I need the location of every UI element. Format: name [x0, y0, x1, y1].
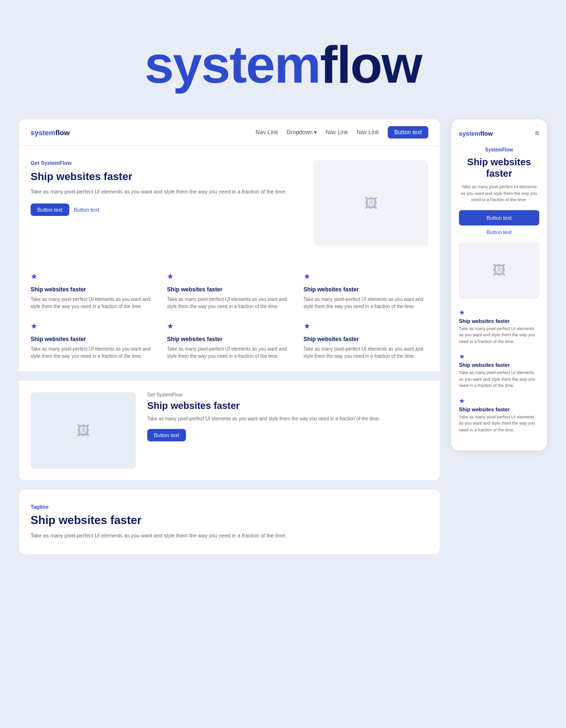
- star-icon-4: ★: [31, 321, 42, 333]
- mobile-feature-desc-2: Take as many pixel-perfect UI elements a…: [459, 370, 539, 389]
- feature-title-4: Ship websites faster: [31, 336, 155, 343]
- nav-link-3[interactable]: Nav Link: [357, 129, 379, 136]
- brand-flow: flow: [320, 35, 422, 94]
- main-title-area: systemflow: [0, 0, 566, 119]
- bottom-desc: Take as many pixel-perfect UI elements a…: [31, 532, 428, 540]
- split-label: Get SystemFlow: [147, 392, 428, 397]
- nav-logo-flow: flow: [55, 128, 70, 137]
- split-desc: Take as many pixel-perfect UI elements a…: [147, 415, 428, 422]
- mobile-feature-title-2: Ship websites faster: [459, 362, 539, 368]
- star-icon-2: ★: [167, 272, 178, 283]
- bottom-title: Ship websites faster: [31, 514, 428, 527]
- nav-links: Nav Link Dropdown ▾ Nav Link Nav Link Bu…: [256, 126, 428, 139]
- feature-card-4: ★ Ship websites faster Take as many pixe…: [31, 321, 155, 360]
- mobile-logo: systemflow: [459, 130, 493, 137]
- star-icon-1: ★: [31, 272, 42, 283]
- chevron-down-icon: ▾: [314, 129, 317, 136]
- bottom-label: Tagline: [31, 504, 428, 510]
- mobile-feature-desc-3: Take as many pixel-perfect UI elements a…: [459, 414, 539, 434]
- mobile-feature-title-3: Ship websites faster: [459, 407, 539, 412]
- split-btn[interactable]: Button text: [147, 429, 186, 441]
- main-title: systemflow: [0, 38, 566, 91]
- hero-image: 🖼: [314, 160, 428, 246]
- image-placeholder-icon: 🖼: [364, 195, 378, 211]
- mobile-star-icon-2: ★: [459, 353, 539, 360]
- main-column: systemflow Nav Link Dropdown ▾ Nav Link …: [19, 119, 440, 554]
- feature-card-5: ★ Ship websites faster Take as many pixe…: [167, 321, 292, 360]
- mobile-image: 🖼: [459, 242, 539, 299]
- star-icon-6: ★: [304, 321, 315, 333]
- feature-desc-1: Take as many pixel-perfect UI elements a…: [31, 296, 155, 310]
- hero-buttons: Button text Button text: [31, 203, 302, 216]
- nav-link-1[interactable]: Nav Link: [256, 129, 278, 136]
- mobile-feature-1: ★ Ship websites faster Take as many pixe…: [459, 309, 539, 345]
- feature-card-6: ★ Ship websites faster Take as many pixe…: [304, 321, 428, 360]
- feature-desc-3: Take as many pixel-perfect UI elements a…: [304, 296, 428, 310]
- star-icon-3: ★: [304, 272, 315, 283]
- content-area: systemflow Nav Link Dropdown ▾ Nav Link …: [0, 119, 566, 573]
- feature-desc-4: Take as many pixel-perfect UI elements a…: [31, 345, 155, 360]
- nav-link-2[interactable]: Nav Link: [326, 129, 348, 136]
- bottom-text-section: Tagline Ship websites faster Take as man…: [19, 490, 440, 554]
- mobile-hero-desc: Take as many pixel-perfect UI elements a…: [459, 184, 539, 203]
- feature-desc-2: Take as many pixel-perfect UI elements a…: [167, 296, 292, 310]
- split-section: 🖼 Get SystemFlow Ship websites faster Ta…: [19, 381, 440, 480]
- mobile-hero-title: Ship websites faster: [459, 156, 539, 179]
- feature-title-3: Ship websites faster: [304, 286, 428, 293]
- nav-button[interactable]: Button text: [388, 126, 428, 139]
- right-column: systemflow ≡ SystemFlow Ship websites fa…: [451, 119, 547, 450]
- mobile-mockup: systemflow ≡ SystemFlow Ship websites fa…: [451, 119, 547, 450]
- mobile-star-icon-1: ★: [459, 309, 539, 316]
- mobile-feature-2: ★ Ship websites faster Take as many pixe…: [459, 353, 539, 389]
- mobile-image-placeholder-icon: 🖼: [492, 262, 506, 278]
- navbar-mockup: systemflow Nav Link Dropdown ▾ Nav Link …: [19, 119, 440, 146]
- star-icon-5: ★: [167, 321, 178, 333]
- hero-title: Ship websites faster: [31, 171, 302, 183]
- features-grid: ★ Ship websites faster Take as many pixe…: [19, 260, 440, 371]
- brand-system: system: [144, 35, 320, 94]
- feature-title-6: Ship websites faster: [304, 336, 428, 343]
- split-image: 🖼: [31, 392, 136, 469]
- nav-dropdown[interactable]: Dropdown ▾: [287, 129, 317, 136]
- mobile-btn-link[interactable]: Button text: [459, 229, 539, 235]
- feature-card-1: ★ Ship websites faster Take as many pixe…: [31, 272, 155, 310]
- feature-title-1: Ship websites faster: [31, 286, 155, 293]
- split-title: Ship websites faster: [147, 400, 428, 411]
- feature-card-2: ★ Ship websites faster Take as many pixe…: [167, 272, 292, 310]
- hero-btn-link[interactable]: Button text: [74, 203, 99, 216]
- hero-label: Get SystemFlow: [31, 160, 302, 166]
- split-image-placeholder-icon: 🖼: [76, 423, 90, 439]
- mobile-feature-3: ★ Ship websites faster Take as many pixe…: [459, 397, 539, 434]
- hero-section: Get SystemFlow Ship websites faster Take…: [19, 146, 440, 260]
- mobile-hero-label: SystemFlow: [459, 147, 539, 152]
- feature-card-3: ★ Ship websites faster Take as many pixe…: [304, 272, 428, 310]
- split-content: Get SystemFlow Ship websites faster Take…: [147, 392, 428, 441]
- nav-logo: systemflow: [31, 128, 70, 137]
- mobile-feature-title-1: Ship websites faster: [459, 318, 539, 324]
- mobile-nav: systemflow ≡: [459, 129, 539, 138]
- hero-desc: Take as many pixel-perfect UI elements a…: [31, 188, 302, 196]
- hero-btn-primary[interactable]: Button text: [31, 203, 69, 216]
- mobile-logo-flow: flow: [480, 130, 493, 137]
- feature-title-2: Ship websites faster: [167, 286, 292, 293]
- feature-desc-6: Take as many pixel-perfect UI elements a…: [304, 345, 428, 360]
- mobile-logo-system: system: [459, 130, 480, 137]
- mobile-star-icon-3: ★: [459, 397, 539, 405]
- feature-title-5: Ship websites faster: [167, 336, 292, 343]
- hamburger-icon[interactable]: ≡: [535, 129, 539, 138]
- nav-logo-system: system: [31, 128, 55, 137]
- feature-desc-5: Take as many pixel-perfect UI elements a…: [167, 345, 292, 360]
- mobile-btn-primary[interactable]: Button text: [459, 210, 539, 225]
- mobile-feature-desc-1: Take as many pixel-perfect UI elements a…: [459, 326, 539, 345]
- hero-content: Get SystemFlow Ship websites faster Take…: [31, 160, 302, 216]
